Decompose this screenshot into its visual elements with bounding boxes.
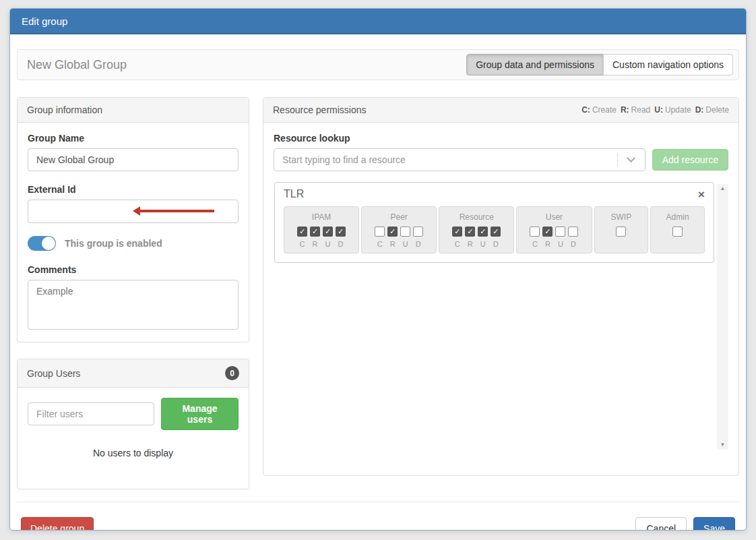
footer-right-buttons: Cancel Save	[635, 517, 735, 531]
enabled-toggle-label: This group is enabled	[65, 238, 162, 249]
r-checkbox[interactable]: ✓	[310, 227, 320, 237]
r-checkbox[interactable]: ✓	[387, 227, 398, 237]
crud-letter: C	[530, 240, 540, 248]
permission-group-label: User	[521, 212, 587, 222]
permission-group-peer: Peer✓CRUD	[361, 206, 437, 253]
d-checkbox[interactable]: ✓	[491, 227, 501, 237]
d-checkbox[interactable]: ✓	[336, 227, 346, 237]
r-checkbox[interactable]: ✓	[542, 227, 553, 237]
crud-letters: CRUD	[288, 240, 354, 248]
group-enabled-toggle[interactable]	[28, 236, 56, 251]
external-id-label: External Id	[28, 184, 239, 195]
resource-permissions-panel: Resource permissions C:CreateR:ReadU:Upd…	[263, 97, 739, 476]
legend-key: D:	[695, 105, 704, 115]
crud-letter: U	[400, 240, 410, 248]
enabled-toggle-row: This group is enabled	[28, 236, 239, 251]
add-resource-button[interactable]: Add resource	[652, 149, 728, 171]
content-columns: Group information Group Name External Id	[17, 97, 739, 489]
d-checkbox[interactable]	[413, 227, 423, 237]
permission-group-label: IPAM	[288, 212, 354, 222]
crud-letter: C	[452, 240, 462, 248]
group-information-title: Group information	[27, 104, 102, 115]
group-information-body: Group Name External Id	[18, 123, 249, 342]
d-checkbox[interactable]	[568, 227, 578, 237]
manage-users-button[interactable]: Manage users	[161, 398, 239, 430]
comments-textarea[interactable]: Example	[28, 280, 239, 330]
group-information-heading: Group information	[18, 98, 249, 123]
modal-title: Edit group	[10, 9, 746, 34]
users-toolbar: Manage users	[28, 398, 239, 430]
legend-word: Create	[592, 105, 617, 115]
page-title: New Global Group	[27, 58, 127, 72]
scroll-down-icon[interactable]: ▼	[720, 442, 726, 448]
resource-card: TLR×IPAM✓✓✓✓CRUDPeer✓CRUDResource✓✓✓✓CRU…	[274, 182, 714, 263]
permission-group-user: User✓CRUD	[516, 206, 592, 253]
view-tabs: Group data and permissionsCustom navigat…	[466, 54, 733, 76]
permission-group-label: Resource	[443, 212, 509, 222]
resource-name: TLR	[284, 188, 304, 200]
chevron-down-icon[interactable]	[618, 149, 645, 171]
crud-letter: D	[491, 240, 501, 248]
crud-letter: R	[387, 240, 398, 248]
checkbox-row	[599, 227, 644, 237]
footer-divider	[17, 502, 739, 502]
r-checkbox[interactable]: ✓	[465, 227, 475, 237]
crud-letter: U	[555, 240, 565, 248]
u-checkbox[interactable]: ✓	[478, 227, 488, 237]
legend-word: Update	[665, 105, 691, 115]
no-users-message: No users to display	[28, 448, 239, 458]
permission-group-label: SWIP	[599, 212, 644, 222]
group-users-body: Manage users No users to display	[18, 388, 249, 489]
c-checkbox[interactable]: ✓	[452, 227, 462, 237]
resources-scroll-area: TLR×IPAM✓✓✓✓CRUDPeer✓CRUDResource✓✓✓✓CRU…	[274, 182, 728, 452]
legend-key: U:	[654, 105, 663, 115]
checkbox[interactable]	[672, 227, 683, 237]
c-checkbox[interactable]	[375, 227, 385, 237]
crud-legend: C:CreateR:ReadU:UpdateD:Delete	[581, 105, 729, 115]
legend-word: Delete	[705, 105, 729, 115]
permission-group-admin: Admin	[650, 206, 705, 253]
external-id-field: External Id	[28, 184, 239, 223]
group-name-label: Group Name	[28, 133, 239, 144]
c-checkbox[interactable]	[530, 227, 540, 237]
cancel-button[interactable]: Cancel	[635, 517, 687, 531]
group-name-input[interactable]	[28, 148, 239, 171]
tab-custom-navigation-options[interactable]: Custom navigation options	[603, 54, 733, 76]
delete-group-button[interactable]: Delete group	[21, 517, 94, 531]
checkbox-row: ✓	[521, 227, 587, 237]
permission-group-swip: SWIP	[594, 206, 649, 253]
u-checkbox[interactable]: ✓	[323, 227, 333, 237]
checkbox[interactable]	[616, 227, 626, 237]
crud-letter: U	[323, 240, 333, 248]
user-count-badge: 0	[225, 366, 239, 380]
resource-lookup-select[interactable]: Start typing to find a resource	[274, 148, 645, 171]
u-checkbox[interactable]	[400, 227, 410, 237]
crud-letter: C	[297, 240, 307, 248]
group-name-field: Group Name	[28, 133, 239, 171]
footer: Delete group Cancel Save	[17, 517, 739, 531]
tab-group-data-and-permissions[interactable]: Group data and permissions	[466, 54, 604, 76]
right-column: Resource permissions C:CreateR:ReadU:Upd…	[263, 97, 739, 476]
crud-letter: R	[465, 240, 475, 248]
crud-letter: R	[310, 240, 320, 248]
u-checkbox[interactable]	[555, 227, 565, 237]
vertical-scrollbar[interactable]: ▲ ▼	[717, 184, 728, 450]
checkbox-row: ✓✓✓✓	[288, 227, 354, 237]
edit-group-modal: Edit group New Global Group Group data a…	[9, 8, 747, 531]
crud-letter: D	[568, 240, 578, 248]
permission-group-ipam: IPAM✓✓✓✓CRUD	[284, 206, 359, 253]
crud-letter: U	[478, 240, 488, 248]
scroll-up-icon[interactable]: ▲	[720, 185, 726, 192]
save-button[interactable]: Save	[693, 517, 735, 531]
left-column: Group information Group Name External Id	[17, 97, 249, 489]
c-checkbox[interactable]: ✓	[297, 227, 307, 237]
comments-field: Comments Example	[28, 264, 239, 332]
toggle-knob	[42, 237, 55, 250]
arrow-shaft	[138, 210, 214, 212]
resource-lookup-label: Resource lookup	[274, 133, 728, 144]
close-icon[interactable]: ×	[698, 189, 705, 200]
title-bar: New Global Group Group data and permissi…	[17, 49, 739, 80]
checkbox-row: ✓✓✓✓	[443, 227, 509, 237]
filter-users-input[interactable]	[28, 402, 154, 425]
resource-permissions-title: Resource permissions	[273, 104, 367, 115]
